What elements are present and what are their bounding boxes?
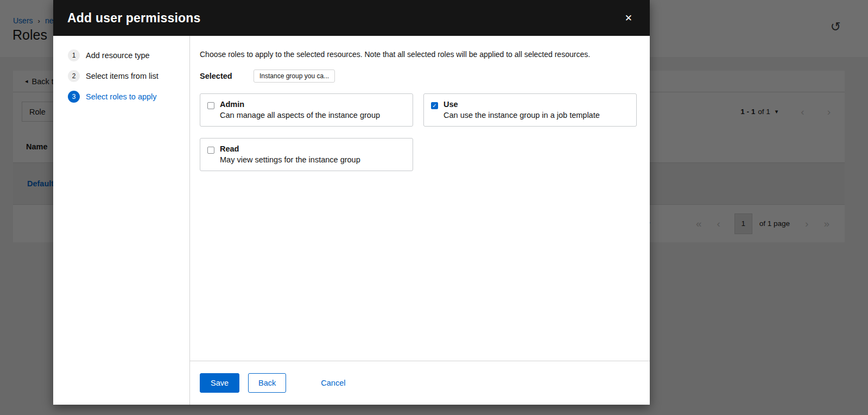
instruction-text: Choose roles to apply to the selected re…	[200, 50, 637, 59]
role-desc-use: Can use the instance group in a job temp…	[443, 111, 600, 120]
read-checkbox[interactable]	[207, 147, 214, 154]
wizard-step-select-items[interactable]: 2 Select items from list	[68, 70, 159, 82]
step-2-badge: 2	[68, 70, 80, 82]
role-title-use: Use	[443, 100, 600, 109]
roles-grid: Admin Can manage all aspects of the inst…	[200, 93, 637, 171]
add-user-permissions-modal: Add user permissions ✕ 1 Add resource ty…	[53, 0, 650, 405]
step-2-label: Select items from list	[86, 72, 159, 80]
step-3-label: Select roles to apply	[86, 92, 157, 101]
modal-header: Add user permissions ✕	[53, 0, 650, 36]
selected-resources-row: Selected Instance group you ca...	[200, 70, 637, 83]
modal-body: 1 Add resource type 2 Select items from …	[53, 36, 650, 405]
wizard-nav: 1 Add resource type 2 Select items from …	[53, 36, 190, 405]
role-desc-read: May view settings for the instance group	[220, 155, 360, 164]
save-button[interactable]: Save	[200, 373, 239, 393]
cancel-button[interactable]: Cancel	[321, 374, 345, 392]
role-card-use[interactable]: ✓ Use Can use the instance group in a jo…	[423, 93, 637, 127]
step-1-label: Add resource type	[86, 51, 150, 60]
step-3-badge: 3	[68, 91, 80, 103]
role-title-read: Read	[220, 144, 360, 153]
selected-label: Selected	[200, 72, 254, 80]
role-card-admin[interactable]: Admin Can manage all aspects of the inst…	[200, 93, 413, 127]
step-1-badge: 1	[68, 49, 80, 61]
use-checkbox[interactable]: ✓	[431, 102, 438, 109]
wizard-step-add-resource-type[interactable]: 1 Add resource type	[68, 49, 150, 61]
back-button[interactable]: Back	[248, 373, 286, 393]
close-icon[interactable]: ✕	[622, 10, 636, 26]
wizard-step-panel: Choose roles to apply to the selected re…	[190, 36, 650, 361]
role-desc-admin: Can manage all aspects of the instance g…	[220, 111, 380, 120]
wizard-step-select-roles[interactable]: 3 Select roles to apply	[68, 91, 157, 103]
wizard-footer: Save Back Cancel	[190, 361, 650, 405]
selected-resource-chip: Instance group you ca...	[254, 70, 335, 83]
role-title-admin: Admin	[220, 100, 380, 109]
wizard-content: Choose roles to apply to the selected re…	[190, 36, 650, 405]
admin-checkbox[interactable]	[207, 102, 214, 109]
role-card-read[interactable]: Read May view settings for the instance …	[200, 138, 413, 171]
modal-title: Add user permissions	[67, 11, 622, 26]
